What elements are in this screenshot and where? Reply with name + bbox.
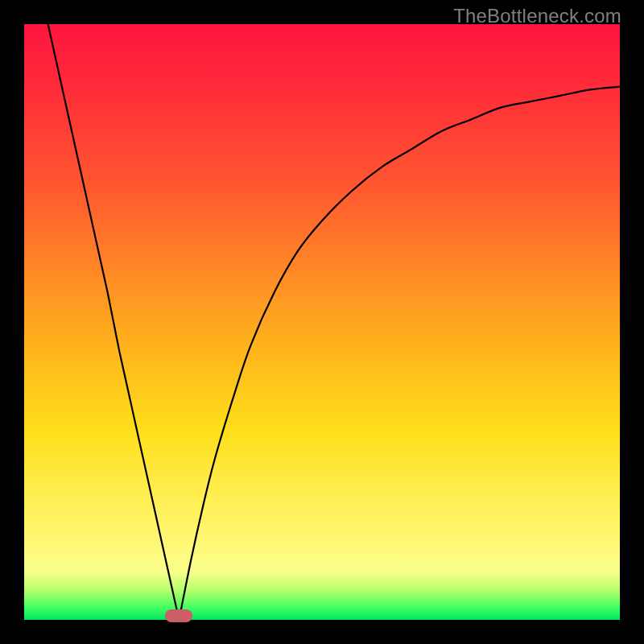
chart-frame: TheBottleneck.com xyxy=(0,0,644,644)
curve-right xyxy=(179,87,620,620)
plot-area xyxy=(24,24,620,620)
curve-left xyxy=(48,24,180,620)
bottleneck-marker xyxy=(165,609,192,622)
curve-svg xyxy=(24,24,620,620)
